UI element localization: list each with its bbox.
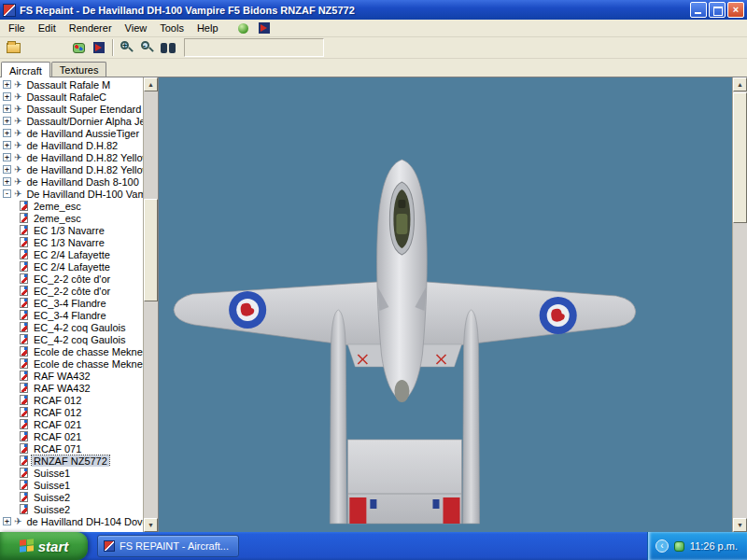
tree-item[interactable]: EC_4-2 coq Gaulois [0,333,143,345]
tree-scrollbar-thumb[interactable] [144,199,158,301]
expand-icon[interactable]: + [3,80,11,89]
repaint-icon [20,395,28,405]
expand-icon[interactable]: + [3,105,11,113]
repaint-icon [20,468,28,478]
viewport-scrollbar-thumb[interactable] [733,92,747,223]
canopy [389,182,414,255]
tree-item[interactable]: +✈Dassault Super Etendard [0,103,143,115]
tree-item[interactable]: +✈de Havilland D.H.82 Yellow [0,151,143,163]
render-orb-icon [238,23,248,34]
flag-button[interactable] [89,38,109,57]
tree-item[interactable]: +✈de Havilland Dash 8-100 [0,175,143,188]
tree-item-label: de Havilland D.H.82 Yellow [24,152,143,163]
tree-item[interactable]: RCAF 021 [0,418,143,430]
tree-item[interactable]: EC 1/3 Navarre [0,224,143,236]
tree-item[interactable]: +✈de Havilland AussieTiger [0,127,143,139]
tree-item[interactable]: RCAF 012 [0,394,143,406]
tray-chevron-icon[interactable]: ‹ [655,539,669,553]
tree-item[interactable]: EC_2-2 côte d'or [0,285,143,297]
menu-renderer[interactable]: Renderer [63,21,119,35]
scroll-up-icon[interactable]: ▲ [144,77,158,91]
tree-item[interactable]: -✈De Havilland DH-100 Vampire F5 Bi [0,188,143,200]
expand-icon[interactable]: + [3,177,11,186]
menu-help[interactable]: Help [190,21,225,35]
scroll-down-icon[interactable]: ▼ [733,518,747,532]
open-button[interactable] [3,38,23,57]
tree-scrollbar[interactable]: ▲ ▼ [143,77,158,532]
tab-aircraft[interactable]: Aircraft [1,62,50,77]
tree-item[interactable]: +✈Dassault Rafale M [0,78,143,91]
tree-item[interactable]: RNZAF NZ5772 [0,455,143,467]
tree-item[interactable]: Suisse1 [0,467,143,479]
boom-left [330,310,346,524]
tree-item[interactable]: RCAF 021 [0,430,143,442]
tree-item[interactable]: Suisse1 [0,479,143,491]
expand-icon[interactable]: + [3,153,11,161]
tray-status-icon[interactable] [674,541,684,552]
expand-icon[interactable]: + [3,517,11,525]
tree-item[interactable]: RAF WA432 [0,382,143,394]
tree-item[interactable]: EC 1/3 Navarre [0,236,143,248]
tree-item[interactable]: 2eme_esc [0,212,143,224]
zoom-in-button[interactable]: + [117,38,137,57]
tree-item[interactable]: Suisse2 [0,503,143,515]
repaint-icon [20,201,28,211]
tree-item-label: EC_4-2 coq Gaulois [32,322,127,333]
expand-icon[interactable]: + [3,165,11,174]
find-button[interactable] [158,38,178,57]
tree-item[interactable]: EC_3-4 Flandre [0,309,143,321]
tree-item[interactable]: EC_2-2 côte d'or [0,273,143,285]
repaint-icon [20,407,28,417]
expand-icon[interactable]: + [3,92,11,101]
tree-item[interactable]: Suisse2 [0,491,143,503]
tree-item[interactable]: +✈Dassault RafaleC [0,91,143,103]
menu-edit[interactable]: Edit [32,21,63,35]
viewport-scrollbar[interactable]: ▲ ▼ [732,77,747,532]
tree-item[interactable]: 2eme_esc [0,200,143,212]
tree-item[interactable]: +✈de Havilland D.H.82 Yellow Float [0,163,143,175]
tree-item[interactable]: RCAF 012 [0,406,143,418]
minimize-button[interactable] [690,2,707,18]
tree-item[interactable]: EC_4-2 coq Gaulois [0,321,143,333]
repaint-icon [20,346,28,357]
tree-item[interactable]: +✈de Havilland DH-104 Dove [0,515,143,527]
scroll-down-icon[interactable]: ▼ [144,518,158,532]
toolbar: + - [0,37,747,59]
expand-icon[interactable]: + [3,129,11,137]
scroll-up-icon[interactable]: ▲ [733,77,747,91]
maximize-button[interactable] [709,2,726,18]
tree-item[interactable]: +✈de Havilland D.H.82 [0,139,143,151]
tree-item[interactable]: RAF WA432 [0,370,143,382]
close-button[interactable]: × [727,2,744,18]
viewport[interactable] [159,77,732,532]
taskbar-task-button[interactable]: FS REPAINT - Aircraft... [97,535,239,557]
task-app-icon [104,540,115,552]
tree-item-label: Suisse2 [32,492,72,503]
tree-item[interactable]: +✈Dassault/Dornier Alpha Jet-E [0,115,143,127]
menu-file[interactable]: File [2,21,32,35]
toolbar-strip [184,38,324,57]
tree-item-label: RCAF 071 [32,443,83,455]
expand-icon[interactable]: + [3,141,11,149]
tree-item[interactable]: EC 2/4 Lafayette [0,248,143,260]
texture-flag-button[interactable] [255,21,274,36]
start-button[interactable]: start [0,532,88,560]
tree-item[interactable]: Ecole de chasse Meknes 19 [0,357,143,370]
tree-item-label: EC 2/4 Lafayette [32,261,112,273]
render-toggle-button[interactable] [234,21,253,36]
tree-item[interactable]: EC 2/4 Lafayette [0,260,143,273]
tree-item[interactable]: RCAF 071 [0,442,143,455]
palette-button[interactable] [68,38,89,57]
menu-tools[interactable]: Tools [153,21,190,35]
collapse-icon[interactable]: - [3,189,11,198]
menu-view[interactable]: View [119,21,154,35]
tab-textures[interactable]: Textures [51,62,107,77]
tree-item-label: de Havilland AussieTiger [24,128,141,139]
repaint-icon [20,443,28,454]
menu-items: FileEditRendererViewToolsHelp [2,21,225,35]
zoom-out-button[interactable]: - [137,38,158,57]
tree-item[interactable]: EC_3-4 Flandre [0,297,143,309]
expand-icon[interactable]: + [3,117,11,125]
tree-item[interactable]: Ecole de chasse Meknes 19 [0,345,143,357]
tree-item-label: Dassault RafaleC [24,91,108,103]
